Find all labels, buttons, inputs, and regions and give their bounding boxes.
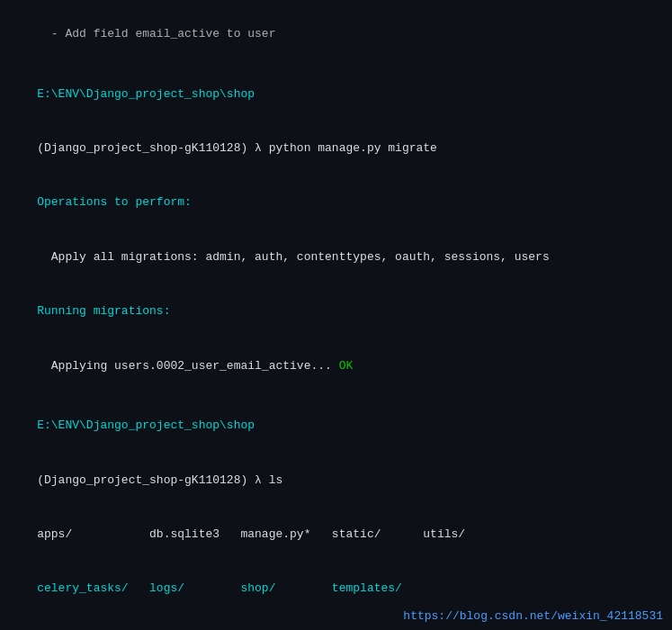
- ls-output-1: apps/ db.sqlite3 manage.py* static/ util…: [37, 527, 465, 541]
- prompt-ls: (Django_project_shop-gK110128) λ ls: [37, 473, 282, 487]
- path-1: E:\ENV\Django_project_shop\shop: [37, 87, 255, 101]
- line-5: Operations to perform:: [9, 176, 663, 230]
- line-4: (Django_project_shop-gK110128) λ python …: [9, 122, 663, 176]
- apply-migrations: Apply all migrations: admin, auth, conte…: [37, 250, 550, 264]
- operations-label: Operations to perform:: [37, 195, 192, 209]
- prompt-1: (Django_project_shop-gK110128) λ python …: [37, 141, 437, 155]
- path-2: E:\ENV\Django_project_shop\shop: [37, 418, 255, 432]
- running-migrations-label: Running migrations:: [37, 304, 170, 318]
- line-6: Apply all migrations: admin, auth, conte…: [9, 230, 663, 284]
- line-15: E:\ENV\Django_project_shop\shop: [9, 622, 663, 630]
- applying-migration: Applying users.0002_user_email_active...: [37, 359, 338, 373]
- line-8: Applying users.0002_user_email_active...…: [9, 339, 663, 393]
- watermark-container: https://blog.csdn.net/weixin_42118531: [403, 609, 663, 623]
- ok-status: OK: [339, 359, 354, 373]
- terminal: - Add field email_active to user E:\ENV\…: [0, 0, 672, 630]
- text-add-field: - Add field email_active to user: [37, 27, 275, 40]
- line-10: E:\ENV\Django_project_shop\shop: [9, 399, 663, 453]
- ls-output-2: celery_tasks/ logs/ shop/ templates/: [37, 581, 402, 595]
- line-12: apps/ db.sqlite3 manage.py* static/ util…: [9, 508, 663, 562]
- watermark-url: https://blog.csdn.net/weixin_42118531: [403, 609, 663, 623]
- line-11: (Django_project_shop-gK110128) λ ls: [9, 453, 663, 507]
- line-13: celery_tasks/ logs/ shop/ templates/: [9, 562, 663, 616]
- line-7: Running migrations:: [9, 284, 663, 338]
- line-3: E:\ENV\Django_project_shop\shop: [9, 67, 663, 121]
- line-1: - Add field email_active to user: [9, 7, 663, 61]
